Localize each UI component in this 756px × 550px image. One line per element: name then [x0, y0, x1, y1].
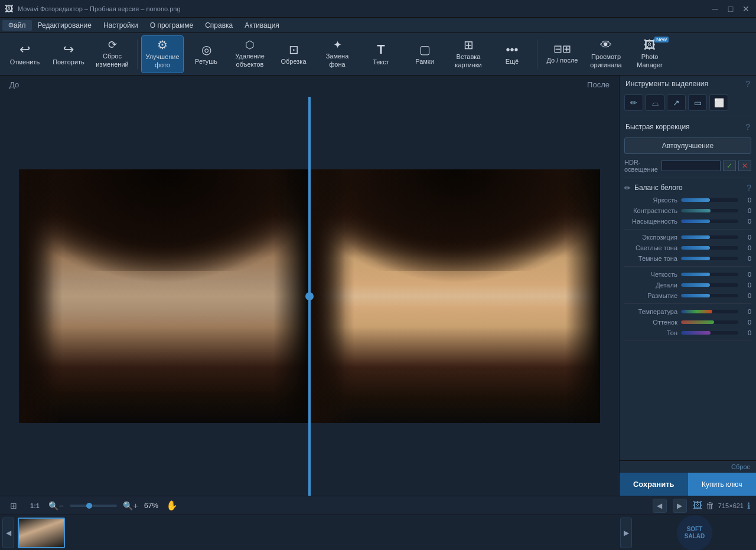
filmstrip-next-button[interactable]: ▶ — [620, 518, 632, 548]
redo-button[interactable]: ↪ Повторить — [47, 35, 90, 73]
maximize-button[interactable]: □ — [725, 4, 736, 14]
highlights-slider-row: Светлые тона 0 — [620, 243, 756, 253]
toolbar-separator-1 — [137, 40, 138, 69]
zoom-in-button[interactable]: 🔍+ — [123, 498, 138, 513]
lasso-tool-button[interactable]: ⌓ — [646, 94, 664, 111]
hdr-confirm-button[interactable]: ✓ — [723, 161, 736, 171]
white-balance-help-icon[interactable]: ? — [747, 183, 751, 192]
filmstrip: ◀ ▶ SOFTSALAD — [0, 515, 756, 550]
save-button[interactable]: Сохранить — [620, 473, 688, 496]
before-photo — [19, 169, 308, 423]
new-badge: New — [654, 37, 669, 42]
menu-help[interactable]: Справка — [199, 20, 239, 31]
temperature-slider[interactable] — [681, 310, 738, 313]
tone-label: Тон — [624, 329, 677, 336]
menu-file[interactable]: Файл — [2, 20, 32, 31]
brightness-slider[interactable] — [681, 198, 738, 202]
insert-image-button[interactable]: ⊞ Вставка картинки — [447, 35, 490, 73]
eraser-tool-button[interactable]: ⬜ — [709, 94, 728, 111]
window-controls[interactable]: ─ □ ✕ — [710, 4, 751, 14]
saturation-slider[interactable] — [681, 220, 738, 223]
filmstrip-thumb-1[interactable] — [18, 518, 65, 548]
replace-bg-icon: ✦ — [333, 40, 342, 50]
menu-activate[interactable]: Активация — [239, 20, 285, 31]
quick-correction-help-icon[interactable]: ? — [745, 122, 750, 132]
detail-slider[interactable] — [681, 283, 738, 287]
tint-slider[interactable] — [681, 320, 738, 324]
menu-settings[interactable]: Настройки — [97, 20, 144, 31]
tint-label: Оттенок — [624, 319, 677, 326]
shadows-label: Темные тона — [624, 255, 677, 262]
prev-image-button[interactable]: ◀ — [653, 499, 667, 513]
close-button[interactable]: ✕ — [741, 4, 751, 14]
filmstrip-prev-button[interactable]: ◀ — [2, 518, 14, 548]
rect-tool-button[interactable]: ▭ — [688, 94, 707, 111]
zoom-thumb — [86, 503, 92, 509]
menu-about[interactable]: О программе — [144, 20, 199, 31]
menu-edit[interactable]: Редактирование — [32, 20, 97, 31]
delete-image-button[interactable]: 🗑 — [706, 500, 715, 510]
more-icon: ••• — [506, 44, 518, 55]
clarity-slider[interactable] — [681, 273, 738, 276]
reset-button[interactable]: ⟳ Сброс изменений — [91, 35, 133, 73]
tone-slider[interactable] — [681, 331, 738, 335]
contrast-fill — [681, 209, 711, 212]
before-after-button[interactable]: ⊟⊞ До / после — [541, 35, 584, 73]
tone-fill — [681, 331, 711, 335]
retouch-button[interactable]: ◎ Ретушь — [185, 35, 227, 73]
before-photo-panel — [19, 169, 308, 423]
view-original-button[interactable]: 👁 Просмотр оригинала — [585, 35, 627, 73]
pointer-tool-button[interactable]: ↗ — [667, 94, 686, 111]
shadows-slider[interactable] — [681, 257, 738, 260]
frames-icon: ▢ — [419, 44, 431, 55]
more-button[interactable]: ••• Ещё — [491, 35, 533, 73]
blur-slider[interactable] — [681, 294, 738, 297]
hand-tool-button[interactable]: ✋ — [164, 498, 180, 513]
next-image-button[interactable]: ▶ — [673, 499, 687, 513]
divider-5 — [624, 303, 751, 304]
text-icon: T — [377, 43, 384, 56]
hdr-row: HDR-освещение ✓ ✕ — [620, 156, 756, 175]
enhance-icon: ⚙ — [157, 39, 168, 51]
image-info-button[interactable]: ℹ — [747, 501, 750, 510]
watermark-circle: SOFTSALAD — [677, 515, 712, 551]
minimize-button[interactable]: ─ — [710, 4, 721, 14]
reset-label[interactable]: Сброс — [731, 463, 750, 470]
saturation-label: Насыщенность — [624, 218, 677, 225]
frames-button[interactable]: ▢ Рамки — [403, 35, 446, 73]
contrast-value: 0 — [742, 207, 751, 214]
hdr-cancel-button[interactable]: ✕ — [738, 161, 751, 171]
exposure-slider[interactable] — [681, 235, 738, 239]
enhance-button[interactable]: ⚙ Улучшение фото — [141, 35, 184, 73]
highlights-slider[interactable] — [681, 246, 738, 250]
contrast-slider[interactable] — [681, 209, 738, 212]
zoom-slider[interactable] — [70, 505, 117, 507]
shadows-fill — [681, 257, 710, 260]
crop-button[interactable]: ⊡ Обрезка — [272, 35, 315, 73]
after-photo — [311, 169, 600, 423]
replace-bg-button[interactable]: ✦ Замена фона — [316, 35, 359, 73]
blur-fill — [681, 294, 710, 297]
right-panel: Инструменты выделения ? ✏ ⌓ ↗ — [619, 76, 756, 496]
actual-size-button[interactable]: 1:1 — [27, 498, 43, 513]
hdr-label: HDR-освещение — [624, 159, 659, 173]
tint-value: 0 — [742, 319, 751, 326]
auto-enhance-button[interactable]: Автоулучшение — [624, 138, 751, 154]
brightness-fill — [681, 198, 710, 202]
undo-button[interactable]: ↩ Отменить — [4, 35, 46, 73]
divider-6 — [624, 341, 751, 341]
window-title: Movavi Фоторедактор – Пробная версия – n… — [18, 5, 181, 12]
tone-slider-row: Тон 0 — [620, 328, 756, 338]
zoom-out-button[interactable]: 🔍− — [48, 498, 64, 513]
remove-objects-button[interactable]: ⬡ Удаление объектов — [229, 35, 271, 73]
comparison-divider[interactable] — [308, 97, 311, 496]
buy-key-button[interactable]: Купить ключ — [688, 473, 757, 496]
contrast-slider-row: Контрастность 0 — [620, 205, 756, 216]
selection-help-icon[interactable]: ? — [745, 79, 750, 89]
photo-manager-button[interactable]: New 🖼 Photo Manager — [628, 35, 671, 73]
pencil-tool-button[interactable]: ✏ — [624, 94, 643, 111]
selection-tools-bar: ✏ ⌓ ↗ ▭ ⬜ — [620, 92, 756, 113]
text-button[interactable]: T Текст — [360, 35, 402, 73]
hdr-input[interactable] — [662, 161, 721, 171]
fit-to-screen-button[interactable]: ⊞ — [6, 498, 21, 513]
